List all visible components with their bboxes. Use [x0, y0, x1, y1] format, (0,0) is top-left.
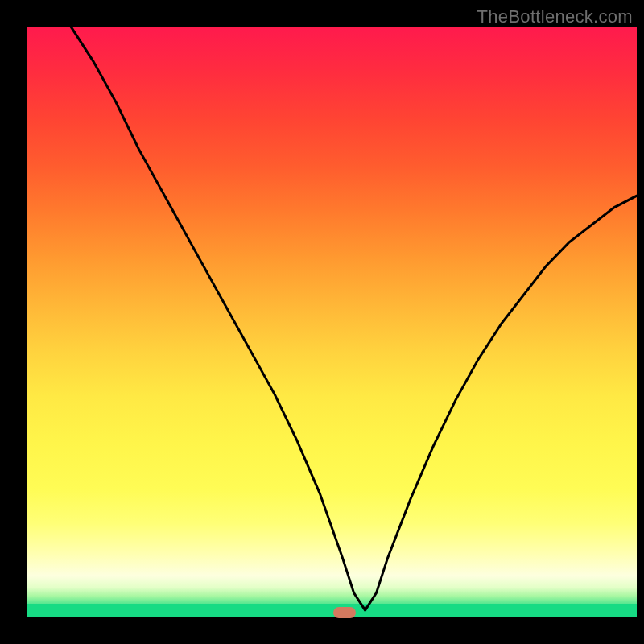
optimal-point-marker	[333, 607, 356, 618]
chart-stage: TheBottleneck.com	[0, 0, 644, 644]
bottleneck-curve	[27, 27, 637, 637]
plot-area	[27, 27, 637, 637]
credit-watermark: TheBottleneck.com	[477, 6, 633, 27]
